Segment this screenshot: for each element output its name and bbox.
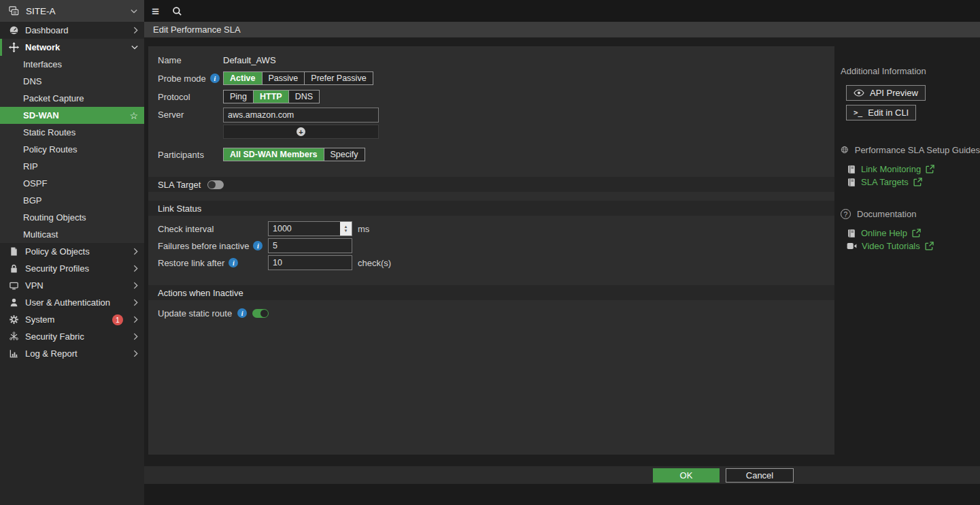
probe-mode-passive[interactable]: Passive xyxy=(262,72,305,84)
sla-targets-link[interactable]: SLA Targets xyxy=(847,177,980,187)
sidebar-item-label: Interfaces xyxy=(23,59,62,69)
page-title: Edit Performance SLA xyxy=(144,22,980,37)
protocol-dns[interactable]: DNS xyxy=(288,91,319,103)
edit-in-cli-button[interactable]: >_ Edit in CLI xyxy=(846,105,916,120)
video-tutorials-link[interactable]: Video Tutorials xyxy=(847,241,980,251)
sidebar-item-multicast[interactable]: Multicast xyxy=(0,226,144,243)
sidebar-item-system[interactable]: System 1 xyxy=(0,311,144,328)
info-icon[interactable]: i xyxy=(210,74,220,83)
actions-when-inactive-section: Actions when Inactive xyxy=(148,285,834,300)
user-icon xyxy=(9,297,19,308)
link-label[interactable]: Online Help xyxy=(861,228,907,238)
sidebar-item-interfaces[interactable]: Interfaces xyxy=(0,56,144,73)
star-icon[interactable]: ☆ xyxy=(129,110,138,121)
server-input[interactable] xyxy=(223,108,379,123)
external-link-icon xyxy=(912,229,921,238)
sidebar-item-label: Dashboard xyxy=(25,25,69,35)
number-stepper[interactable]: ▲ ▼ xyxy=(340,222,352,235)
site-selector[interactable]: SITE-A xyxy=(0,0,144,22)
globe-icon xyxy=(841,144,849,155)
name-row: Name Default_AWS xyxy=(158,52,834,67)
actions-title: Actions when Inactive xyxy=(158,288,243,298)
notification-badge: 1 xyxy=(112,314,123,325)
info-icon[interactable]: i xyxy=(253,241,263,250)
chevron-down-icon xyxy=(131,9,137,14)
probe-mode-prefer-passive[interactable]: Prefer Passive xyxy=(304,72,372,84)
documentation-title: Documentation xyxy=(857,209,916,219)
api-preview-label: API Preview xyxy=(870,88,918,98)
link-label[interactable]: SLA Targets xyxy=(861,177,909,187)
restore-input[interactable] xyxy=(268,255,352,270)
chevron-right-icon xyxy=(133,27,138,34)
sidebar-item-packet-capture[interactable]: Packet Capture xyxy=(0,90,144,107)
sidebar-item-security-profiles[interactable]: Security Profiles xyxy=(0,260,144,277)
sidebar-item-user-authentication[interactable]: User & Authentication xyxy=(0,294,144,311)
sidebar-item-static-routes[interactable]: Static Routes xyxy=(0,124,144,141)
form-footer: OK Cancel xyxy=(144,466,980,484)
link-label[interactable]: Video Tutorials xyxy=(862,241,920,251)
failures-label: Failures before inactive i xyxy=(158,241,268,251)
participants-all-members[interactable]: All SD-WAN Members xyxy=(224,148,324,161)
protocol-ping[interactable]: Ping xyxy=(224,91,253,103)
api-preview-button[interactable]: API Preview xyxy=(846,85,926,101)
update-static-route-toggle[interactable] xyxy=(252,309,269,318)
server-row: Server + xyxy=(158,108,834,139)
protocol-segmented: Ping HTTP DNS xyxy=(223,90,320,103)
sidebar-item-label: System xyxy=(25,314,54,325)
stepper-down-icon[interactable]: ▼ xyxy=(344,229,348,233)
restore-unit: check(s) xyxy=(358,258,391,268)
cancel-button[interactable]: Cancel xyxy=(726,468,794,483)
failures-row: Failures before inactive i xyxy=(158,238,834,253)
sidebar-item-rip[interactable]: RIP xyxy=(0,158,144,175)
site-icon xyxy=(8,5,20,16)
ok-button[interactable]: OK xyxy=(653,468,720,483)
additional-information-title: Additional Information xyxy=(841,66,980,76)
check-interval-label: Check interval xyxy=(158,224,268,234)
bottom-strip xyxy=(144,484,980,505)
sidebar-item-label: VPN xyxy=(25,280,44,291)
toggle-knob xyxy=(208,181,216,189)
sidebar-item-routing-objects[interactable]: Routing Objects xyxy=(0,209,144,226)
question-icon: ? xyxy=(841,209,851,219)
participants-specify[interactable]: Specify xyxy=(324,148,365,161)
sidebar-item-ospf[interactable]: OSPF xyxy=(0,175,144,192)
search-button[interactable] xyxy=(172,6,182,16)
online-help-link[interactable]: Online Help xyxy=(847,228,980,238)
documentation-header: ? Documentation xyxy=(841,209,980,219)
sla-target-toggle[interactable] xyxy=(207,180,224,189)
chevron-right-icon xyxy=(133,248,138,255)
info-icon[interactable]: i xyxy=(229,258,238,267)
sidebar-item-policy-routes[interactable]: Policy Routes xyxy=(0,141,144,158)
probe-mode-active[interactable]: Active xyxy=(224,72,262,84)
sidebar-item-label: BGP xyxy=(23,195,41,206)
link-status-section: Link Status xyxy=(148,201,834,216)
toggle-knob xyxy=(260,310,268,317)
add-server-button[interactable]: + xyxy=(223,125,379,139)
sidebar-item-label: Network xyxy=(25,42,60,52)
failures-input[interactable] xyxy=(268,238,352,253)
sidebar-item-label: Policy Routes xyxy=(23,144,77,154)
sidebar-item-policy-objects[interactable]: Policy & Objects xyxy=(0,243,144,260)
info-icon[interactable]: i xyxy=(237,308,247,318)
chevron-right-icon xyxy=(133,350,138,357)
sidebar-item-network[interactable]: Network xyxy=(0,39,144,56)
sidebar-item-label: Security Profiles xyxy=(25,263,89,274)
link-monitoring-link[interactable]: Link Monitoring xyxy=(847,164,980,174)
sidebar-item-security-fabric[interactable]: Security Fabric xyxy=(0,328,144,345)
sidebar-item-dashboard[interactable]: Dashboard xyxy=(0,22,144,39)
server-controls: + xyxy=(223,108,379,139)
protocol-http[interactable]: HTTP xyxy=(253,91,288,103)
sidebar-item-dns[interactable]: DNS xyxy=(0,73,144,90)
lock-icon xyxy=(9,263,19,274)
sidebar-item-bgp[interactable]: BGP xyxy=(0,192,144,209)
sidebar-item-log-report[interactable]: Log & Report xyxy=(0,345,144,362)
link-label[interactable]: Link Monitoring xyxy=(861,164,921,174)
sidebar-item-vpn[interactable]: VPN xyxy=(0,277,144,294)
hamburger-menu-icon[interactable]: ≡ xyxy=(152,5,159,18)
link-status-title: Link Status xyxy=(158,203,201,214)
sla-target-label: SLA Target xyxy=(158,180,201,190)
gear-icon xyxy=(9,314,19,325)
sidebar-item-sd-wan[interactable]: SD-WAN ☆ xyxy=(0,107,144,124)
chevron-right-icon xyxy=(133,282,138,289)
book-icon xyxy=(847,229,856,238)
